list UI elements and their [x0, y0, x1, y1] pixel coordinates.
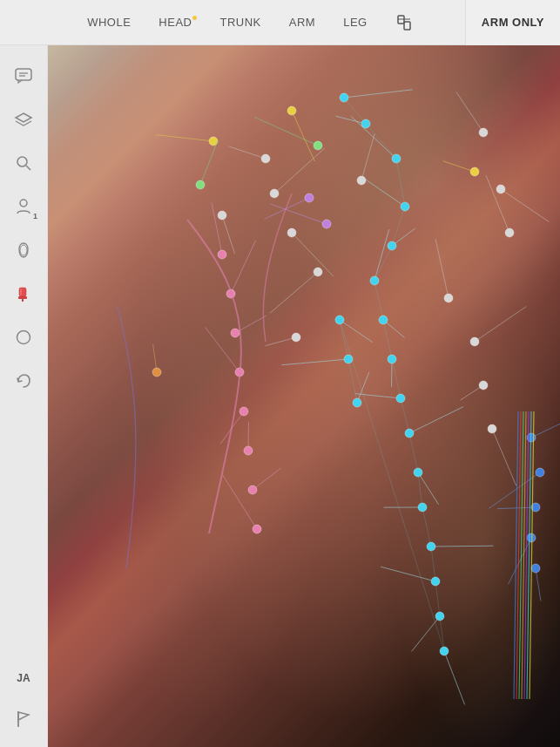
- muscle-overlay: [48, 45, 560, 747]
- nav-items: WHOLE HEAD TRUNK ARM LEG: [0, 7, 465, 38]
- nav-item-leg[interactable]: LEG: [329, 9, 381, 36]
- sidebar-undo-btn[interactable]: [6, 363, 41, 398]
- sidebar-circle-btn[interactable]: [6, 320, 41, 355]
- svg-point-6: [17, 157, 27, 166]
- svg-rect-11: [20, 289, 22, 295]
- nav-item-arm[interactable]: ARM: [275, 9, 329, 36]
- svg-line-7: [26, 166, 30, 170]
- person-badge: 1: [33, 212, 37, 221]
- sidebar-search-btn[interactable]: [6, 146, 41, 180]
- svg-point-8: [20, 200, 27, 207]
- top-nav: WHOLE HEAD TRUNK ARM LEG ARM ONLY: [0, 0, 560, 45]
- left-sidebar: 1 JA: [0, 45, 48, 747]
- svg-rect-1: [404, 22, 410, 30]
- nav-item-trunk[interactable]: TRUNK: [206, 9, 274, 36]
- sidebar-body-layers-btn[interactable]: [6, 233, 41, 268]
- sidebar-highlight-btn[interactable]: [6, 276, 41, 311]
- anatomy-view: [48, 45, 560, 747]
- sidebar-comment-btn[interactable]: [6, 58, 41, 93]
- svg-point-9: [20, 245, 27, 255]
- user-label[interactable]: JA: [6, 662, 41, 694]
- sidebar-flag-btn[interactable]: [6, 703, 41, 734]
- svg-rect-3: [16, 69, 31, 80]
- nav-item-head[interactable]: HEAD: [145, 9, 206, 36]
- svg-rect-13: [22, 299, 24, 302]
- reset-button[interactable]: [388, 7, 420, 38]
- sidebar-person-btn[interactable]: 1: [6, 189, 41, 224]
- sidebar-layers-btn[interactable]: [6, 102, 41, 137]
- nav-item-whole[interactable]: WHOLE: [73, 9, 145, 36]
- svg-point-14: [17, 331, 30, 344]
- arm-only-button[interactable]: ARM ONLY: [465, 0, 560, 45]
- anatomy-canvas[interactable]: [48, 45, 560, 747]
- svg-rect-12: [18, 296, 27, 299]
- head-dot: [192, 16, 197, 20]
